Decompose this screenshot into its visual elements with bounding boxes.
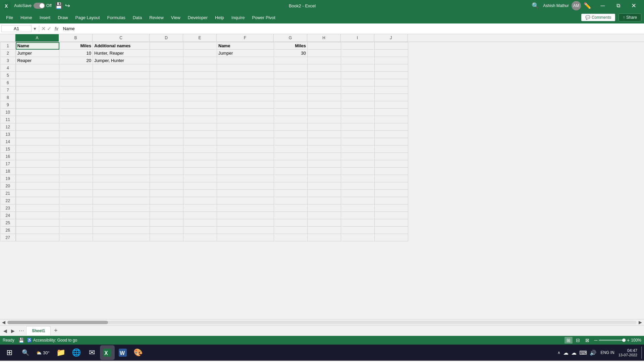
cell[interactable] — [308, 72, 341, 79]
cell[interactable] — [217, 109, 274, 116]
cell[interactable] — [217, 116, 274, 123]
cell[interactable] — [150, 109, 183, 116]
cell[interactable] — [308, 131, 341, 138]
cell[interactable] — [341, 72, 375, 79]
cell[interactable] — [308, 50, 341, 57]
cell[interactable] — [274, 138, 308, 145]
h-scroll-track[interactable] — [7, 321, 637, 324]
cell[interactable] — [150, 123, 183, 131]
cell[interactable]: Reaper — [16, 57, 59, 64]
cell[interactable] — [16, 101, 59, 109]
cell[interactable] — [93, 145, 150, 153]
cell[interactable] — [150, 153, 183, 160]
cell[interactable] — [183, 145, 217, 153]
formula-cancel-icon[interactable]: ✕ — [41, 25, 46, 32]
cell[interactable] — [341, 160, 375, 168]
cell[interactable] — [217, 57, 274, 64]
cell[interactable] — [16, 175, 59, 182]
cell[interactable] — [59, 64, 93, 72]
cell[interactable] — [274, 57, 308, 64]
cell[interactable] — [308, 145, 341, 153]
cell[interactable] — [308, 79, 341, 86]
cell[interactable] — [375, 94, 408, 101]
cell[interactable]: Name — [217, 42, 274, 50]
cell[interactable] — [274, 123, 308, 131]
cell[interactable] — [16, 64, 59, 72]
cell[interactable] — [274, 64, 308, 72]
cell[interactable] — [217, 123, 274, 131]
cell[interactable] — [183, 131, 217, 138]
cell[interactable] — [150, 138, 183, 145]
cell[interactable] — [183, 94, 217, 101]
cell[interactable] — [59, 234, 93, 241]
cell[interactable]: 20 — [59, 57, 93, 64]
sheet-nav-left[interactable]: ◀ — [1, 327, 9, 335]
cell[interactable] — [59, 190, 93, 197]
cell[interactable] — [341, 197, 375, 204]
cell[interactable] — [274, 109, 308, 116]
cell[interactable] — [150, 182, 183, 190]
cell[interactable] — [16, 234, 59, 241]
start-button[interactable]: ⊞ — [1, 345, 17, 361]
col-header-b[interactable]: B — [59, 34, 93, 42]
cell[interactable] — [93, 153, 150, 160]
undo-icon[interactable]: ↩ — [65, 2, 70, 9]
cell[interactable] — [183, 190, 217, 197]
cell[interactable]: Miles — [274, 42, 308, 50]
cell[interactable] — [59, 138, 93, 145]
col-header-i[interactable]: I — [341, 34, 374, 42]
taskbar-app-excel[interactable]: X — [100, 345, 115, 360]
formula-confirm-icon[interactable]: ✓ — [47, 25, 51, 32]
col-header-c[interactable]: C — [93, 34, 150, 42]
cell[interactable] — [341, 94, 375, 101]
chevron-up-icon[interactable]: ∧ — [557, 350, 560, 355]
cell[interactable] — [341, 212, 375, 219]
cell[interactable] — [183, 123, 217, 131]
cell[interactable] — [274, 234, 308, 241]
cell[interactable] — [341, 219, 375, 227]
cell[interactable] — [183, 116, 217, 123]
cell[interactable] — [375, 234, 408, 241]
cell[interactable] — [274, 86, 308, 94]
cell[interactable] — [183, 204, 217, 212]
cell[interactable] — [274, 182, 308, 190]
cell[interactable] — [341, 204, 375, 212]
taskbar-weather[interactable]: ⛅ 30° — [34, 350, 52, 355]
sheet-tab-sheet1[interactable]: Sheet1 — [26, 326, 51, 335]
cell[interactable] — [217, 94, 274, 101]
cell[interactable] — [59, 79, 93, 86]
cell[interactable] — [341, 153, 375, 160]
cell[interactable]: 10 — [59, 50, 93, 57]
cell[interactable] — [93, 138, 150, 145]
cell[interactable] — [93, 212, 150, 219]
volume-icon[interactable]: 🔊 — [590, 350, 596, 356]
pen-icon[interactable]: ✏️ — [584, 2, 591, 9]
cell[interactable] — [341, 57, 375, 64]
cell[interactable] — [375, 116, 408, 123]
normal-view-button[interactable]: ⊞ — [565, 337, 573, 344]
cell[interactable]: Jumper — [16, 50, 59, 57]
cell[interactable] — [93, 160, 150, 168]
cell[interactable]: 30 — [274, 50, 308, 57]
cell[interactable] — [59, 227, 93, 234]
cell[interactable] — [93, 234, 150, 241]
cell[interactable] — [59, 175, 93, 182]
cell[interactable] — [16, 86, 59, 94]
cell[interactable] — [375, 101, 408, 109]
cell[interactable] — [16, 72, 59, 79]
cell[interactable]: Hunter, Reaper — [93, 50, 150, 57]
cell[interactable] — [183, 86, 217, 94]
cell[interactable] — [150, 50, 183, 57]
h-scroll-thumb[interactable] — [7, 321, 108, 324]
cell[interactable] — [274, 160, 308, 168]
cell[interactable] — [183, 234, 217, 241]
cell[interactable] — [217, 219, 274, 227]
clock[interactable]: 04:47 13-07-2022 — [619, 348, 637, 357]
cell[interactable] — [150, 175, 183, 182]
cell[interactable] — [308, 204, 341, 212]
menu-home[interactable]: Home — [17, 14, 36, 21]
cell[interactable] — [59, 197, 93, 204]
cell[interactable] — [150, 160, 183, 168]
cell[interactable] — [375, 50, 408, 57]
cell[interactable] — [375, 212, 408, 219]
